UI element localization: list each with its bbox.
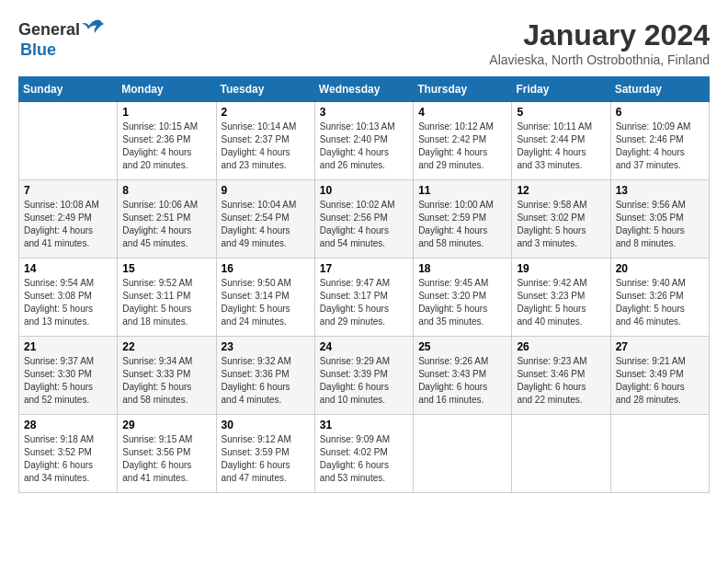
calendar-cell: 6Sunrise: 10:09 AMSunset: 2:46 PMDayligh… (610, 102, 709, 180)
logo-general: General (18, 21, 80, 40)
location-subtitle: Alavieska, North Ostrobothnia, Finland (489, 52, 710, 67)
month-year-title: January 2024 (489, 18, 710, 52)
day-number: 26 (517, 340, 605, 353)
day-info: Sunrise: 10:02 AMSunset: 2:56 PMDaylight… (320, 199, 408, 250)
day-info: Sunrise: 9:37 AMSunset: 3:30 PMDaylight:… (24, 355, 112, 407)
day-info: Sunrise: 9:45 AMSunset: 3:20 PMDaylight:… (418, 277, 506, 328)
calendar-week-row: 14Sunrise: 9:54 AMSunset: 3:08 PMDayligh… (19, 259, 710, 337)
calendar-cell: 16Sunrise: 9:50 AMSunset: 3:14 PMDayligh… (216, 259, 314, 337)
calendar-cell: 24Sunrise: 9:29 AMSunset: 3:39 PMDayligh… (314, 337, 413, 415)
day-info: Sunrise: 10:00 AMSunset: 2:59 PMDaylight… (418, 199, 506, 250)
day-number: 5 (517, 106, 605, 119)
logo-blue: Blue (20, 41, 56, 60)
calendar-week-row: 7Sunrise: 10:08 AMSunset: 2:49 PMDayligh… (19, 180, 710, 259)
day-info: Sunrise: 9:34 AMSunset: 3:33 PMDaylight:… (122, 355, 210, 407)
day-info: Sunrise: 9:09 AMSunset: 4:02 PMDaylight:… (320, 433, 408, 485)
calendar-week-row: 28Sunrise: 9:18 AMSunset: 3:52 PMDayligh… (19, 415, 710, 493)
day-number: 22 (122, 340, 210, 353)
day-number: 8 (122, 184, 210, 197)
day-number: 12 (517, 184, 605, 197)
day-info: Sunrise: 9:15 AMSunset: 3:56 PMDaylight:… (122, 433, 210, 485)
day-of-week-header: Monday (118, 77, 216, 102)
calendar-cell (19, 102, 118, 180)
calendar-cell: 30Sunrise: 9:12 AMSunset: 3:59 PMDayligh… (216, 415, 314, 493)
calendar-cell: 2Sunrise: 10:14 AMSunset: 2:37 PMDayligh… (216, 102, 314, 180)
day-info: Sunrise: 9:23 AMSunset: 3:46 PMDaylight:… (517, 355, 605, 407)
day-number: 16 (222, 262, 310, 275)
day-info: Sunrise: 10:09 AMSunset: 2:46 PMDaylight… (616, 121, 704, 172)
calendar-cell: 14Sunrise: 9:54 AMSunset: 3:08 PMDayligh… (19, 259, 118, 337)
calendar-cell: 11Sunrise: 10:00 AMSunset: 2:59 PMDaylig… (414, 180, 512, 259)
calendar-header-row: SundayMondayTuesdayWednesdayThursdayFrid… (19, 77, 710, 102)
day-info: Sunrise: 10:11 AMSunset: 2:44 PMDaylight… (517, 121, 605, 172)
calendar-cell: 22Sunrise: 9:34 AMSunset: 3:33 PMDayligh… (118, 337, 216, 415)
day-number: 19 (517, 262, 605, 275)
calendar-cell: 13Sunrise: 9:56 AMSunset: 3:05 PMDayligh… (610, 180, 709, 259)
day-info: Sunrise: 10:04 AMSunset: 2:54 PMDaylight… (222, 199, 310, 250)
day-info: Sunrise: 10:12 AMSunset: 2:42 PMDaylight… (418, 121, 506, 172)
calendar-cell (414, 415, 512, 493)
calendar-cell: 9Sunrise: 10:04 AMSunset: 2:54 PMDayligh… (216, 180, 314, 259)
title-block: January 2024 Alavieska, North Ostrobothn… (489, 18, 710, 67)
day-info: Sunrise: 10:08 AMSunset: 2:49 PMDaylight… (24, 199, 112, 250)
day-number: 4 (418, 106, 506, 119)
calendar-cell: 31Sunrise: 9:09 AMSunset: 4:02 PMDayligh… (314, 415, 413, 493)
calendar-cell: 28Sunrise: 9:18 AMSunset: 3:52 PMDayligh… (19, 415, 118, 493)
day-info: Sunrise: 9:58 AMSunset: 3:02 PMDaylight:… (517, 199, 605, 250)
calendar-cell: 21Sunrise: 9:37 AMSunset: 3:30 PMDayligh… (19, 337, 118, 415)
day-number: 29 (122, 419, 210, 431)
day-of-week-header: Thursday (414, 77, 512, 102)
day-info: Sunrise: 9:42 AMSunset: 3:23 PMDaylight:… (517, 277, 605, 328)
day-number: 27 (616, 340, 704, 353)
day-number: 31 (320, 419, 408, 431)
calendar-cell (512, 415, 610, 493)
day-of-week-header: Saturday (610, 77, 709, 102)
calendar-cell: 29Sunrise: 9:15 AMSunset: 3:56 PMDayligh… (118, 415, 216, 493)
day-number: 14 (24, 262, 112, 275)
page-header: General Blue January 2024 Alavieska, Nor… (18, 18, 710, 67)
day-info: Sunrise: 10:14 AMSunset: 2:37 PMDaylight… (222, 121, 310, 172)
day-number: 11 (418, 184, 506, 197)
calendar-cell: 12Sunrise: 9:58 AMSunset: 3:02 PMDayligh… (512, 180, 610, 259)
calendar-cell: 20Sunrise: 9:40 AMSunset: 3:26 PMDayligh… (610, 259, 709, 337)
day-number: 6 (616, 106, 704, 119)
day-number: 3 (320, 106, 408, 119)
calendar-cell: 10Sunrise: 10:02 AMSunset: 2:56 PMDaylig… (314, 180, 413, 259)
calendar-cell: 1Sunrise: 10:15 AMSunset: 2:36 PMDayligh… (118, 102, 216, 180)
day-number: 23 (222, 340, 310, 353)
day-info: Sunrise: 9:50 AMSunset: 3:14 PMDaylight:… (222, 277, 310, 328)
day-number: 7 (24, 184, 112, 197)
calendar-table: SundayMondayTuesdayWednesdayThursdayFrid… (18, 76, 710, 493)
calendar-cell: 27Sunrise: 9:21 AMSunset: 3:49 PMDayligh… (610, 337, 709, 415)
calendar-week-row: 1Sunrise: 10:15 AMSunset: 2:36 PMDayligh… (19, 102, 710, 180)
logo-bird-icon (82, 18, 104, 41)
calendar-cell: 23Sunrise: 9:32 AMSunset: 3:36 PMDayligh… (216, 337, 314, 415)
day-info: Sunrise: 9:12 AMSunset: 3:59 PMDaylight:… (222, 433, 310, 485)
day-of-week-header: Tuesday (216, 77, 314, 102)
day-number: 15 (122, 262, 210, 275)
day-of-week-header: Wednesday (314, 77, 413, 102)
day-number: 2 (222, 106, 310, 119)
day-info: Sunrise: 9:56 AMSunset: 3:05 PMDaylight:… (616, 199, 704, 250)
calendar-week-row: 21Sunrise: 9:37 AMSunset: 3:30 PMDayligh… (19, 337, 710, 415)
day-info: Sunrise: 9:21 AMSunset: 3:49 PMDaylight:… (616, 355, 704, 407)
day-number: 17 (320, 262, 408, 275)
day-number: 18 (418, 262, 506, 275)
calendar-cell: 19Sunrise: 9:42 AMSunset: 3:23 PMDayligh… (512, 259, 610, 337)
calendar-cell: 7Sunrise: 10:08 AMSunset: 2:49 PMDayligh… (19, 180, 118, 259)
logo: General Blue (18, 18, 104, 60)
day-number: 21 (24, 340, 112, 353)
calendar-cell (610, 415, 709, 493)
calendar-cell: 18Sunrise: 9:45 AMSunset: 3:20 PMDayligh… (414, 259, 512, 337)
day-number: 30 (222, 419, 310, 431)
calendar-cell: 3Sunrise: 10:13 AMSunset: 2:40 PMDayligh… (314, 102, 413, 180)
day-info: Sunrise: 9:52 AMSunset: 3:11 PMDaylight:… (122, 277, 210, 328)
day-number: 20 (616, 262, 704, 275)
day-number: 28 (24, 419, 112, 431)
day-info: Sunrise: 9:54 AMSunset: 3:08 PMDaylight:… (24, 277, 112, 328)
day-info: Sunrise: 10:06 AMSunset: 2:51 PMDaylight… (122, 199, 210, 250)
day-info: Sunrise: 9:40 AMSunset: 3:26 PMDaylight:… (616, 277, 704, 328)
calendar-cell: 25Sunrise: 9:26 AMSunset: 3:43 PMDayligh… (414, 337, 512, 415)
day-info: Sunrise: 9:47 AMSunset: 3:17 PMDaylight:… (320, 277, 408, 328)
calendar-cell: 8Sunrise: 10:06 AMSunset: 2:51 PMDayligh… (118, 180, 216, 259)
